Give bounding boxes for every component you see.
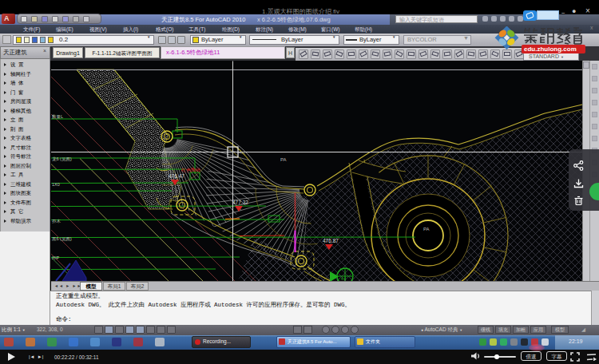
svg-text:数量L: 数量L bbox=[52, 114, 63, 119]
svg-text:龙6 (见图): 龙6 (见图) bbox=[52, 156, 72, 162]
svg-text:PA: PA bbox=[280, 157, 287, 162]
svg-text:PA: PA bbox=[423, 227, 430, 231]
svg-text:1X0: 1X0 bbox=[52, 182, 60, 187]
svg-text:477.32: 477.32 bbox=[232, 200, 248, 205]
svg-text:红色陶砖: 红色陶砖 bbox=[180, 167, 200, 173]
svg-text:乔木: 乔木 bbox=[52, 219, 61, 224]
svg-text:环P: 环P bbox=[52, 255, 60, 260]
svg-text:黑6 (见图): 黑6 (见图) bbox=[52, 236, 72, 242]
svg-text:476.47: 476.47 bbox=[169, 173, 184, 179]
svg-text:476.87: 476.87 bbox=[323, 238, 339, 243]
